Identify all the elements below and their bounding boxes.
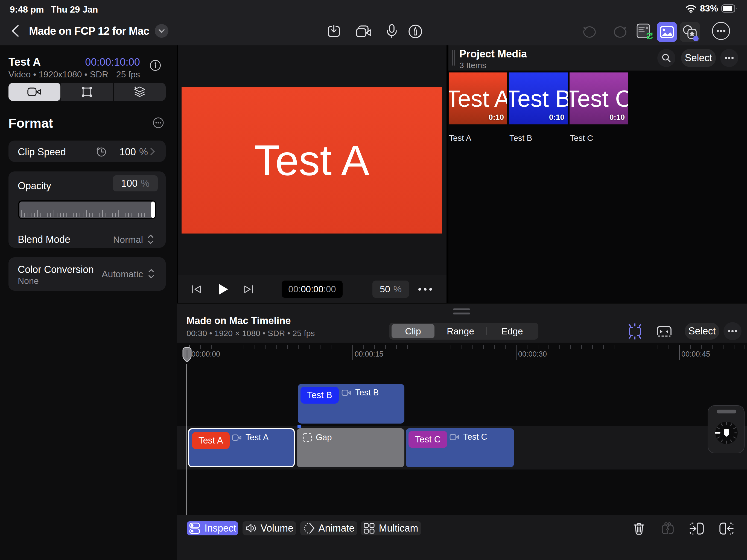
panel-drag-handle[interactable] <box>452 50 456 66</box>
timeline-panel: Made on Mac Timeline 00:30 • 1920 × 1080… <box>177 304 747 560</box>
redo-icon[interactable] <box>613 25 627 38</box>
inspect-label: Inspect <box>205 523 236 534</box>
inspect-button[interactable]: Inspect <box>187 521 238 535</box>
mic-icon[interactable] <box>386 24 397 39</box>
skip-forward-icon[interactable] <box>243 284 254 294</box>
color-conversion-row[interactable]: Color Conversion None Automatic <box>8 257 166 291</box>
split-clip-icon[interactable] <box>661 522 675 536</box>
status-date: Thu 29 Jan <box>51 4 98 15</box>
clip-speed-row[interactable]: Clip Speed 100 % <box>8 141 166 162</box>
media-item-label: Test A <box>449 133 471 143</box>
section-more-icon[interactable] <box>152 117 164 129</box>
zoom-unit: % <box>393 284 402 295</box>
delete-icon[interactable] <box>633 522 645 535</box>
tab-effects[interactable] <box>114 83 166 101</box>
opacity-slider-handle[interactable] <box>151 202 155 218</box>
title-chevron-button[interactable] <box>155 24 169 38</box>
multicam-button[interactable]: Multicam <box>361 521 421 535</box>
opacity-slider[interactable] <box>18 200 156 219</box>
clip-camera-icon <box>341 389 351 397</box>
animate-icon <box>303 523 314 534</box>
mode-clip[interactable]: Clip <box>391 324 435 338</box>
timeline-clip-testA-selected[interactable]: Test A Test A <box>188 428 295 467</box>
timeline-drag-handle[interactable] <box>453 312 470 314</box>
mode-edge[interactable]: Edge <box>487 323 537 339</box>
media-title: Project Media <box>459 48 527 60</box>
updown-chevrons-icon <box>148 268 154 279</box>
media-item-text: Test C <box>570 85 628 112</box>
timeline-title: Made on Mac Timeline <box>186 315 291 327</box>
back-button[interactable] <box>11 25 19 37</box>
animate-button[interactable]: Animate <box>300 521 357 535</box>
wifi-icon <box>685 4 697 13</box>
project-sync-icon[interactable] <box>637 24 654 41</box>
viewer-frame-text: Test A <box>254 136 369 185</box>
viewer-canvas: Test A <box>182 87 442 233</box>
media-item-label: Test B <box>509 133 532 143</box>
media-browser-button[interactable] <box>657 22 677 42</box>
playhead-timecode[interactable]: 00:00:00:00 <box>282 281 343 298</box>
trim-end-icon[interactable] <box>719 522 733 535</box>
pencil-tool-icon[interactable] <box>408 24 423 39</box>
more-menu-button[interactable] <box>712 22 730 40</box>
clip-name: Test B <box>355 388 379 398</box>
playhead-handle[interactable] <box>182 347 192 364</box>
media-item-thumbnail[interactable]: Test C 0:10 <box>570 73 628 124</box>
timeline-drag-handle[interactable] <box>453 308 470 310</box>
ruler-label: 00:00:15 <box>355 350 383 358</box>
opacity-label: Opacity <box>18 180 51 192</box>
timeline-select-button[interactable]: Select <box>685 323 719 339</box>
timeline-clip-testC[interactable]: Test C Test C <box>406 428 514 467</box>
media-item-thumbnail[interactable]: Test A 0:10 <box>449 73 507 124</box>
import-icon[interactable] <box>327 25 341 38</box>
titles-effects-button[interactable] <box>680 22 700 42</box>
ruler-label: 00:00:45 <box>681 350 710 358</box>
project-title[interactable]: Made on FCP 12 for Mac <box>29 25 149 37</box>
camera-icon[interactable] <box>356 25 374 38</box>
media-item-duration: 0:10 <box>610 113 625 122</box>
trim-start-icon[interactable] <box>690 522 704 535</box>
media-item-text: Test B <box>509 85 568 112</box>
timeline-more-button[interactable] <box>723 322 742 340</box>
viewer-more-icon[interactable] <box>418 288 433 291</box>
media-select-button[interactable]: Select <box>681 49 716 67</box>
media-item-thumbnail[interactable]: Test B 0:10 <box>509 73 568 124</box>
gap-icon <box>303 433 312 442</box>
blend-mode-value[interactable]: Normal <box>99 234 143 245</box>
media-header: Project Media 3 Items Select <box>448 45 747 71</box>
clip-chip: Test C <box>409 431 447 448</box>
ruler-label: 00:00:00 <box>191 350 220 358</box>
jog-wheel[interactable] <box>707 405 745 453</box>
undo-icon[interactable] <box>583 25 597 38</box>
badge-dot <box>693 36 699 41</box>
opacity-value: 100 <box>121 178 137 189</box>
clip-duration-timecode[interactable]: 00:00:10:00 <box>85 56 140 68</box>
opacity-value-field[interactable]: 100% <box>113 175 158 192</box>
clip-name: Test C <box>463 432 487 442</box>
timeline-clip-testB[interactable]: Test B Test B <box>298 384 404 424</box>
media-count: 3 Items <box>459 61 486 70</box>
playhead-line[interactable] <box>186 364 187 515</box>
color-conversion-label: Color Conversion <box>18 264 94 275</box>
zoom-level-button[interactable]: 50% <box>372 281 409 298</box>
tab-video[interactable] <box>8 83 60 101</box>
skip-back-icon[interactable] <box>191 284 202 294</box>
clip-speed-value: 100 <box>120 146 136 157</box>
media-item-duration: 0:10 <box>549 113 564 122</box>
clip-connector <box>298 425 301 428</box>
info-icon[interactable] <box>150 59 161 71</box>
magnetic-timeline-icon[interactable] <box>626 323 643 339</box>
media-more-button[interactable] <box>720 49 738 67</box>
timeline-overview-icon[interactable] <box>656 324 673 339</box>
media-item-text: Test A <box>449 85 507 112</box>
selected-clip-title: Test A <box>8 56 41 68</box>
play-button[interactable] <box>218 283 229 295</box>
jog-handle[interactable] <box>717 410 736 413</box>
timeline-clip-gap[interactable]: Gap <box>297 428 404 467</box>
timeline-header: Made on Mac Timeline 00:30 • 1920 × 1080… <box>177 304 747 342</box>
tab-transform[interactable] <box>61 83 113 101</box>
edit-mode-segmented: Clip Range Edge <box>389 323 538 339</box>
volume-button[interactable]: Volume <box>242 521 296 535</box>
media-search-button[interactable] <box>657 49 675 67</box>
mode-range[interactable]: Range <box>435 323 486 339</box>
